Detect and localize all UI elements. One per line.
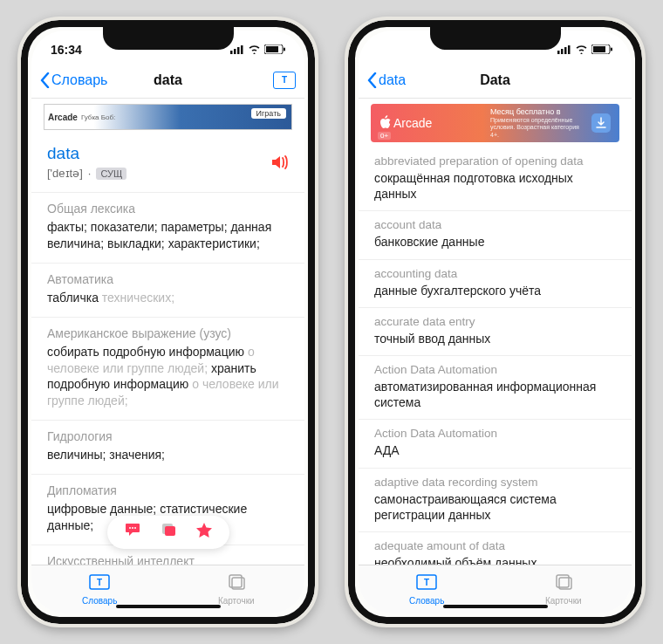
ad-banner[interactable]: Arcade 0+ Месяц бесплатно в Применяются … <box>371 104 619 142</box>
ad-brand: Arcade <box>48 113 78 122</box>
dictionary-icon: T <box>416 574 437 594</box>
svg-text:T: T <box>424 578 429 587</box>
item-body: данные бухгалтерского учёта <box>374 283 616 298</box>
signal-icon <box>557 43 571 57</box>
definition-section: Автоматика табличка технических; <box>31 264 304 318</box>
item-label: Action Data Automation <box>374 363 616 376</box>
item-label: adequate amount of data <box>374 539 616 552</box>
svg-rect-25 <box>557 575 569 587</box>
svg-rect-14 <box>229 575 242 587</box>
svg-rect-0 <box>230 51 233 54</box>
text-mode-button[interactable]: T <box>273 72 296 89</box>
svg-rect-21 <box>593 46 605 52</box>
item-body: автоматизированная информационная систем… <box>374 379 616 410</box>
word-title: data <box>47 144 289 163</box>
battery-icon <box>264 43 285 57</box>
svg-rect-19 <box>568 45 571 54</box>
ad-cta[interactable]: Играть <box>251 108 286 119</box>
svg-text:T: T <box>97 578 102 587</box>
wifi-icon <box>248 43 261 57</box>
nav-title: Data <box>480 72 510 88</box>
cards-tab-icon <box>227 574 246 594</box>
svg-rect-6 <box>284 48 285 51</box>
list-item[interactable]: adequate amount of data необходимый объё… <box>359 532 632 565</box>
svg-rect-2 <box>237 47 240 54</box>
list-item[interactable]: abbreviated preparation of opening data … <box>359 147 632 211</box>
battery-icon <box>591 43 612 57</box>
svg-rect-1 <box>234 49 236 54</box>
home-indicator[interactable] <box>116 605 221 608</box>
back-button[interactable]: Словарь <box>40 72 107 88</box>
nav-title: data <box>154 72 182 88</box>
phone-left: 16:34 Словарь data T <box>17 17 318 627</box>
screen: data Data Arcade 0+ Месяц бесплатно в Пр… <box>359 31 632 613</box>
list-item[interactable]: Action Data Automation АДА <box>359 420 632 468</box>
cards-icon[interactable] <box>160 523 177 542</box>
item-body: банковские данные <box>374 234 616 250</box>
item-label: abbreviated preparation of opening data <box>374 154 616 168</box>
download-icon[interactable] <box>591 113 611 133</box>
definition-section: Общая лексика факты; показатели; парамет… <box>31 193 304 264</box>
item-body: АДА <box>374 442 616 458</box>
status-time: 16:34 <box>51 43 82 57</box>
list-item[interactable]: accurate data entry точный ввод данных <box>359 308 632 356</box>
star-icon[interactable] <box>196 523 212 542</box>
back-label: data <box>379 72 406 88</box>
word-pronunciation: ['deɪtə] · СУЩ <box>47 167 289 180</box>
cards-tab-icon <box>554 574 573 594</box>
item-label: accurate data entry <box>374 315 616 328</box>
status-right <box>557 43 612 57</box>
list-item[interactable]: accounting data данные бухгалтерского уч… <box>359 260 632 308</box>
list-item[interactable]: account data банковские данные <box>359 211 632 259</box>
definition-section: Гидрология величины; значения; <box>31 421 304 475</box>
list-item[interactable]: Action Data Automation автоматизированна… <box>359 356 632 420</box>
back-button[interactable]: data <box>367 72 406 88</box>
section-body: факты; показатели; параметры; данная вел… <box>47 219 289 252</box>
content-area: Arcade Губка Боб: Играть data ['deɪtə] ·… <box>31 99 304 565</box>
home-indicator[interactable] <box>443 605 548 608</box>
tab-label: Словарь <box>409 596 444 606</box>
list-item[interactable]: adaptive data recording system самонастр… <box>359 469 632 532</box>
dictionary-icon: T <box>89 574 110 594</box>
item-label: accounting data <box>374 267 616 280</box>
apple-logo-icon <box>379 115 392 132</box>
svg-rect-16 <box>557 51 560 54</box>
item-label: account data <box>374 218 616 231</box>
section-label: Искусственный интеллект <box>47 554 289 565</box>
nav-bar: data Data <box>359 62 632 99</box>
section-label: Общая лексика <box>47 202 289 216</box>
ad-sub: Губка Боб: <box>81 113 115 121</box>
wifi-icon <box>575 43 588 57</box>
ad-age-rating: 0+ <box>378 132 391 140</box>
svg-rect-22 <box>611 48 612 51</box>
section-label: Гидрология <box>47 429 289 443</box>
content-area: Arcade 0+ Месяц бесплатно в Применяются … <box>359 99 632 565</box>
item-body: необходимый объём данных <box>374 555 616 565</box>
section-body: величины; значения; <box>47 447 289 463</box>
section-label: Автоматика <box>47 272 289 286</box>
ad-brand: Arcade <box>393 116 432 130</box>
word-header: data ['deɪtə] · СУЩ <box>31 135 304 193</box>
phone-right: data Data Arcade 0+ Месяц бесплатно в Пр… <box>345 17 646 627</box>
section-label: Американское выражение (узус) <box>47 326 289 340</box>
svg-rect-17 <box>561 49 564 54</box>
item-body: точный ввод данных <box>374 331 616 346</box>
svg-point-9 <box>134 527 136 529</box>
notch <box>103 27 234 50</box>
definition-section: Американское выражение (узус) собирать п… <box>31 318 304 421</box>
screen: 16:34 Словарь data T <box>31 31 304 613</box>
svg-point-7 <box>129 527 131 529</box>
tab-label: Карточки <box>218 596 255 606</box>
comment-icon[interactable] <box>125 523 140 542</box>
speaker-icon[interactable] <box>271 154 289 174</box>
ad-text: Месяц бесплатно в Применяются определённ… <box>490 107 586 139</box>
signal-icon <box>230 43 244 57</box>
svg-rect-18 <box>564 47 567 54</box>
ad-banner[interactable]: Arcade Губка Боб: Играть <box>44 104 292 130</box>
back-label: Словарь <box>51 72 107 88</box>
item-label: Action Data Automation <box>374 427 616 440</box>
notch <box>430 27 561 50</box>
item-label: adaptive data recording system <box>374 476 616 489</box>
nav-bar: Словарь data T <box>31 62 304 99</box>
section-body: табличка технических; <box>47 290 289 306</box>
